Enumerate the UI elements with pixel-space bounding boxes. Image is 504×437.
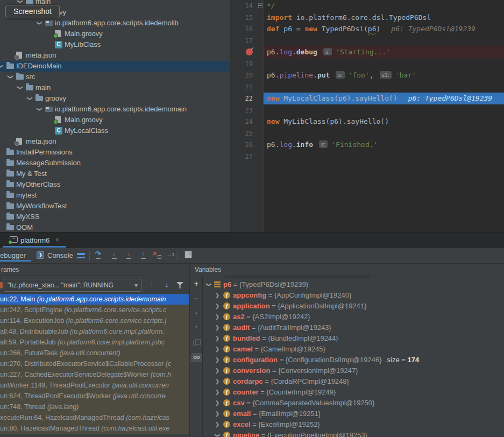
line-number[interactable]: 22 bbox=[230, 93, 253, 104]
line-number[interactable]: 26 bbox=[230, 139, 253, 151]
move-down-icon[interactable]: ▼ bbox=[190, 325, 203, 330]
screenshot-button[interactable]: Screenshot bbox=[5, 5, 60, 18]
close-tab-icon[interactable]: × bbox=[55, 236, 59, 244]
variable-row-appconfig[interactable]: ❯fappconfig = {AppConfigImpl@19240} bbox=[203, 290, 504, 301]
tree-item-main-groovy[interactable]: Main.groovy bbox=[0, 115, 230, 125]
tree-item-meta-json[interactable]: meta.json bbox=[0, 50, 230, 61]
tree-item-idedemomain[interactable]: ❯IDEDemoMain bbox=[0, 61, 230, 72]
line-number[interactable]: 15 bbox=[230, 12, 253, 24]
variable-row-pipeline[interactable]: ❯fpipeline = {ExecutionPipelineImpl@1925… bbox=[203, 430, 504, 437]
chevron-collapsed-icon[interactable]: ❯ bbox=[214, 408, 221, 419]
frame-row[interactable]: un:114, ExecutionJob (io.platform6.core.… bbox=[0, 315, 189, 326]
chevron-collapsed-icon[interactable]: ❯ bbox=[214, 398, 221, 408]
line-number[interactable]: 17 bbox=[230, 35, 253, 47]
frame-row[interactable]: un:270, DistributedExecutorService$Calla… bbox=[0, 358, 189, 369]
tree-item-myotherclass[interactable]: MyOtherClass bbox=[0, 179, 230, 190]
variable-row-application[interactable]: ❯fapplication = {ApplicationDslImpl@1924… bbox=[203, 301, 504, 312]
tree-item-mylibclass[interactable]: CMyLibClass bbox=[0, 39, 230, 50]
code-line-26[interactable]: p6.log.infos:'Finished.' bbox=[267, 139, 378, 151]
variable-row-csv[interactable]: ❯fcsv = {CommaSeparatedValuesImpl@19250} bbox=[203, 398, 504, 408]
frame-row[interactable]: un:80, HazelcastManagedThread (com.hazel… bbox=[0, 423, 189, 434]
tree-item-src[interactable]: ❯src bbox=[0, 72, 230, 82]
code-line-16[interactable]: def p6 = new TypedP6Dsl(p6)p6: TypedP6Ds… bbox=[267, 23, 475, 35]
tree-item-messagesubmission[interactable]: MessageSubmission bbox=[0, 158, 230, 168]
frame-row[interactable]: un:624, ThreadPoolExecutor$Worker (java.… bbox=[0, 391, 189, 401]
fold-marker-icon[interactable] bbox=[258, 3, 263, 8]
drop-frame-icon[interactable]: ✕ bbox=[152, 250, 162, 260]
move-up-icon[interactable]: ▲ bbox=[190, 309, 203, 315]
code-line-22[interactable]: new MyLocalClass(p6).sayHello()p6: Typed… bbox=[267, 93, 492, 104]
frame-row[interactable]: unWorker:1149, ThreadPoolExecutor (java.… bbox=[0, 380, 189, 391]
force-step-into-icon[interactable]: ↓ bbox=[124, 250, 133, 260]
evaluate-grid-icon[interactable]: ▦ bbox=[183, 250, 193, 260]
tree-item-main-groovy[interactable]: Main.groovy bbox=[0, 29, 230, 39]
step-into-icon[interactable]: ↓ bbox=[109, 250, 119, 260]
variable-row-p6[interactable]: ❯p6 = {TypedP6Dsl@19239} bbox=[203, 279, 504, 290]
chevron-collapsed-icon[interactable]: ❯ bbox=[214, 365, 221, 376]
chevron-expanded-icon[interactable]: ❯ bbox=[203, 281, 214, 288]
chevron-expanded-icon[interactable]: ❯ bbox=[0, 62, 6, 70]
frame-row[interactable]: un:748, Thread (java.lang) bbox=[0, 401, 189, 412]
frame-row[interactable]: xecuteRun:64, HazelcastManagedThread (co… bbox=[0, 412, 189, 423]
chevron-collapsed-icon[interactable]: ❯ bbox=[214, 355, 221, 365]
variable-row-cordarpc[interactable]: ❯fcordarpc = {CordaRPCImpl@19248} bbox=[203, 376, 504, 387]
run-to-cursor-icon[interactable]: →ɪ bbox=[166, 250, 175, 260]
chevron-expanded-icon[interactable]: ❯ bbox=[34, 19, 45, 27]
variable-row-email[interactable]: ❯femail = {EmailImpl@19251} bbox=[203, 408, 504, 419]
line-number[interactable]: 19 bbox=[230, 58, 253, 70]
variable-row-audit[interactable]: ❯faudit = {AuditTrailImpl@19243} bbox=[203, 322, 504, 333]
line-number[interactable]: 14 bbox=[230, 0, 253, 12]
tree-item-installpermissions[interactable]: InstallPermissions bbox=[0, 147, 230, 158]
filter-frames-icon[interactable] bbox=[176, 282, 183, 288]
chevron-collapsed-icon[interactable]: ❯ bbox=[214, 387, 221, 398]
variable-row-as2[interactable]: ❯fas2 = {AS2Impl@19242} bbox=[203, 312, 504, 322]
threads-menu-icon[interactable] bbox=[77, 253, 85, 260]
tree-item-main[interactable]: ❯main bbox=[0, 82, 230, 93]
code-line-20[interactable]: p6.pipeline.puts:'foo',s1:'bar' bbox=[267, 69, 416, 81]
breakpoint-icon[interactable] bbox=[246, 48, 253, 55]
line-number[interactable]: 16 bbox=[230, 23, 253, 35]
next-frame-icon[interactable]: ↓ bbox=[161, 279, 172, 291]
frame-row[interactable]: un:22, Main (io.platform6.app.core.scrip… bbox=[0, 294, 189, 305]
code-line-18[interactable]: p6.log.debugs:'Starting...' bbox=[267, 46, 391, 58]
tree-item-mytest[interactable]: mytest bbox=[0, 190, 230, 201]
code-line-14[interactable]: */ bbox=[267, 0, 275, 12]
chevron-collapsed-icon[interactable]: ❯ bbox=[214, 312, 221, 322]
code-editor[interactable]: 14*/15import io.platform6.core.dsl.Typed… bbox=[230, 0, 504, 232]
line-number[interactable]: 24 bbox=[230, 116, 253, 128]
step-over-icon[interactable]: ↷ bbox=[93, 250, 103, 260]
line-number[interactable]: 21 bbox=[230, 81, 253, 93]
thread-dropdown[interactable]: "hz.p6core_stan... "main": RUNNING ▾ bbox=[4, 279, 141, 292]
tree-item-oom[interactable]: OOM bbox=[0, 222, 230, 232]
chevron-collapsed-icon[interactable]: ❯ bbox=[214, 376, 221, 387]
duplicate-watch-icon[interactable] bbox=[193, 341, 197, 346]
step-out-icon[interactable]: ↑ bbox=[138, 250, 148, 260]
tree-item-meta-json[interactable]: meta.json bbox=[0, 136, 230, 147]
chevron-collapsed-icon[interactable]: ❯ bbox=[214, 301, 221, 312]
new-watch-icon[interactable]: + bbox=[190, 279, 203, 288]
frame-row[interactable]: all:59, PortableJob (io.platform6.core.i… bbox=[0, 337, 189, 348]
chevron-collapsed-icon[interactable]: ❯ bbox=[214, 419, 221, 430]
tree-item-groovy[interactable]: ❯groovy bbox=[0, 93, 230, 104]
tree-item-myxss[interactable]: MyXSS bbox=[0, 212, 230, 222]
chevron-expanded-icon[interactable]: ❯ bbox=[24, 95, 35, 102]
chevron-expanded-icon[interactable]: ❯ bbox=[34, 105, 45, 113]
frame-row[interactable]: all:48, DistributableJob (io.platform6.c… bbox=[0, 326, 189, 337]
tree-item-mylocalclass[interactable]: CMyLocalClass bbox=[0, 125, 230, 136]
line-number[interactable]: 20 bbox=[230, 69, 253, 81]
line-number[interactable]: 25 bbox=[230, 128, 253, 139]
code-line-24[interactable]: new MyLibClass(p6).sayHello() bbox=[267, 116, 389, 128]
frame-row[interactable]: un:242, ScriptEngine (io.platform6.core.… bbox=[0, 305, 189, 315]
tree-item-io-platform6-app-core-scripts-idedemomain[interactable]: ❯io.platform6.app.core.scripts.idedemoma… bbox=[0, 104, 230, 115]
code-line-15[interactable]: import io.platform6.core.dsl.TypedP6Dsl bbox=[267, 12, 431, 24]
variable-row-camel[interactable]: ❯fcamel = {CamelImpl@19245} bbox=[203, 344, 504, 355]
chevron-collapsed-icon[interactable]: ❯ bbox=[214, 322, 221, 333]
frame-row[interactable]: un:266, FutureTask (java.util.concurrent… bbox=[0, 348, 189, 358]
tab-debugger[interactable]: ebugger bbox=[0, 251, 26, 259]
chevron-expanded-icon[interactable]: ❯ bbox=[212, 432, 223, 437]
tree-item-myworkflowtest[interactable]: MyWorkflowTest bbox=[0, 201, 230, 212]
chevron-collapsed-icon[interactable]: ❯ bbox=[214, 344, 221, 355]
variable-row-conversion[interactable]: ❯fconversion = {ConversionImpl@19247} bbox=[203, 365, 504, 376]
chevron-expanded-icon[interactable]: ❯ bbox=[15, 84, 25, 91]
variable-row-counter[interactable]: ❯fcounter = {CounterImpl@19249} bbox=[203, 387, 504, 398]
